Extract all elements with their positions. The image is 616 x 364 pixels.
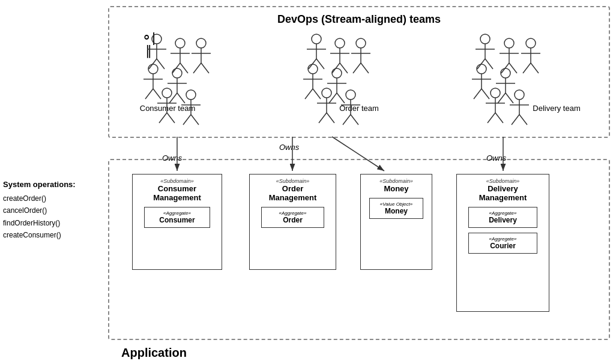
consumer-management-name: ConsumerManagement xyxy=(136,184,218,202)
figure xyxy=(528,31,546,52)
figure xyxy=(548,53,566,74)
figure xyxy=(567,53,585,74)
figure xyxy=(139,76,157,97)
figure xyxy=(331,53,349,74)
system-ops-title: System operations: xyxy=(3,180,99,189)
courier-agg-name: Courier xyxy=(475,242,531,250)
delivery-figures xyxy=(528,31,585,97)
figure: ⚬|∥ xyxy=(139,31,157,52)
owns-label-consumer: Owns xyxy=(162,154,182,163)
devops-title: DevOps (Stream-aligned) teams xyxy=(109,13,609,26)
figure xyxy=(548,31,566,52)
delivery-team-label: Delivery team xyxy=(533,104,580,113)
op-2: cancelOrder() xyxy=(3,204,99,216)
figure xyxy=(331,76,349,97)
delivery-aggregate: «Aggregate» Delivery xyxy=(468,207,537,228)
figure xyxy=(159,31,177,52)
figure xyxy=(139,53,157,74)
owns-label-order: Owns xyxy=(279,143,299,152)
order-team-group: Order team xyxy=(331,31,387,113)
money-name: Money xyxy=(364,184,428,193)
courier-agg-stereotype: «Aggregate» xyxy=(475,236,531,242)
owns-label-delivery: Owns xyxy=(486,154,506,163)
figure xyxy=(369,53,387,74)
money-value-obj: «Value Object» Money xyxy=(369,198,423,219)
diagram-container: DevOps (Stream-aligned) teams ⚬|∥ Consum… xyxy=(0,0,616,364)
consumer-team-label: Consumer team xyxy=(140,104,195,113)
figure xyxy=(528,53,546,74)
figure xyxy=(350,53,368,74)
consumer-agg-stereotype: «Aggregate» xyxy=(151,210,204,216)
order-figures xyxy=(331,31,387,97)
op-3: findOrderHistory() xyxy=(3,217,99,229)
op-1: createOrder() xyxy=(3,192,99,204)
consumer-team-group: ⚬|∥ Consumer team xyxy=(139,31,196,113)
figure xyxy=(528,76,546,97)
delivery-management-stereotype: «Subdomain» xyxy=(460,178,545,184)
app-title: Application xyxy=(121,346,187,360)
courier-aggregate: «Aggregate» Courier xyxy=(468,233,537,254)
money-vo-stereotype: «Value Object» xyxy=(376,201,417,207)
devops-section: DevOps (Stream-aligned) teams ⚬|∥ Consum… xyxy=(108,6,610,138)
consumer-management-subdomain: «Subdomain» ConsumerManagement «Aggregat… xyxy=(132,174,222,270)
order-management-stereotype: «Subdomain» xyxy=(253,178,332,184)
consumer-figures: ⚬|∥ xyxy=(139,31,196,97)
order-management-name: OrderManagement xyxy=(253,184,332,202)
money-stereotype: «Subdomain» xyxy=(364,178,428,184)
figure xyxy=(159,53,177,74)
delivery-team-group: Delivery team xyxy=(528,31,585,113)
figure xyxy=(350,31,368,52)
figure xyxy=(567,31,585,52)
op-4: createConsumer() xyxy=(3,229,99,241)
delivery-agg-name: Delivery xyxy=(475,216,531,224)
order-aggregate: «Aggregate» Order xyxy=(261,207,324,228)
consumer-aggregate: «Aggregate» Consumer xyxy=(144,207,210,228)
order-management-subdomain: «Subdomain» OrderManagement «Aggregate» … xyxy=(249,174,336,270)
order-agg-stereotype: «Aggregate» xyxy=(268,210,318,216)
money-subdomain: «Subdomain» Money «Value Object» Money xyxy=(360,174,432,270)
delivery-agg-stereotype: «Aggregate» xyxy=(475,210,531,216)
delivery-management-subdomain: «Subdomain» DeliveryManagement «Aggregat… xyxy=(456,174,549,312)
figure xyxy=(331,31,349,52)
figure xyxy=(178,31,196,52)
order-agg-name: Order xyxy=(268,216,318,224)
system-ops: System operations: createOrder() cancelO… xyxy=(3,180,99,242)
figure xyxy=(178,53,196,74)
consumer-management-stereotype: «Subdomain» xyxy=(136,178,218,184)
system-ops-list: createOrder() cancelOrder() findOrderHis… xyxy=(3,192,99,242)
figure xyxy=(369,31,387,52)
delivery-management-name: DeliveryManagement xyxy=(460,184,545,202)
consumer-agg-name: Consumer xyxy=(151,216,204,224)
money-vo-name: Money xyxy=(376,207,417,215)
order-team-label: Order team xyxy=(339,104,379,113)
